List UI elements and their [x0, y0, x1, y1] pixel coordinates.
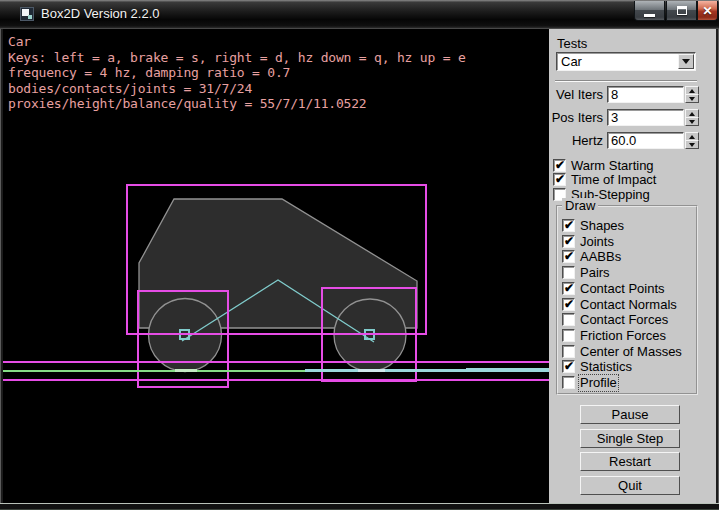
checkmark-icon: ✔: [555, 172, 565, 186]
hertz-label: Hertz: [549, 132, 603, 149]
debug-text-line: proxies/height/balance/quality = 55/7/1/…: [8, 97, 366, 111]
tests-dropdown-value: Car: [561, 54, 582, 69]
checkmark-icon: ✔: [564, 218, 574, 232]
rear-wheel: [149, 299, 222, 372]
checkbox-contact-normals[interactable]: ✔: [562, 298, 575, 311]
checkbox-label-profile[interactable]: Profile: [580, 376, 617, 390]
checkbox-label-contact-forces[interactable]: Contact Forces: [580, 313, 668, 327]
checkbox-label-joints[interactable]: Joints: [580, 235, 614, 249]
checkbox-label-shapes[interactable]: Shapes: [580, 219, 624, 233]
close-icon: ✕: [702, 2, 712, 20]
checkbox-label-warm-starting[interactable]: Warm Starting: [571, 159, 654, 173]
checkmark-icon: ✔: [564, 297, 574, 311]
checkbox-joints[interactable]: ✔: [562, 235, 575, 248]
title-bar[interactable]: Box2D Version 2.2.0 ✕: [0, 0, 719, 29]
arrow-down-icon: [689, 143, 695, 147]
checkbox-time-of-impact[interactable]: ✔: [553, 173, 566, 186]
minimize-button[interactable]: [634, 1, 665, 21]
vel-iters-input[interactable]: 8: [607, 86, 684, 103]
pos-iters-spinner: [685, 109, 699, 126]
pos-iters-label: Pos Iters: [549, 109, 603, 126]
window-title: Box2D Version 2.2.0: [41, 6, 160, 21]
checkmark-icon: ✔: [564, 281, 574, 295]
quit-button[interactable]: Quit: [580, 476, 680, 495]
tests-dropdown-arrow-button[interactable]: [678, 54, 694, 69]
restart-button[interactable]: Restart: [580, 452, 680, 471]
checkbox-pairs[interactable]: [562, 266, 575, 279]
minimize-icon: [644, 14, 655, 17]
separator: [555, 80, 697, 82]
checkbox-shapes[interactable]: ✔: [562, 219, 575, 232]
front-contact-point: [358, 369, 385, 372]
hertz-row: Hertz60.0: [549, 132, 716, 149]
checkbox-label-center-of-masses[interactable]: Center of Masses: [580, 345, 682, 359]
rear-contact-point: [175, 369, 197, 372]
checkbox-warm-starting[interactable]: ✔: [553, 159, 566, 172]
pos-iters-spinner-down-button[interactable]: [685, 117, 699, 126]
checkbox-label-time-of-impact[interactable]: Time of Impact: [571, 173, 656, 187]
maximize-button[interactable]: [666, 1, 697, 21]
vel-iters-spinner: [685, 86, 699, 103]
pause-button[interactable]: Pause: [580, 405, 680, 424]
checkbox-friction-forces[interactable]: [562, 329, 575, 342]
checkbox-contact-points[interactable]: ✔: [562, 282, 575, 295]
checkbox-aabbs[interactable]: ✔: [562, 250, 575, 263]
close-button[interactable]: ✕: [697, 1, 718, 21]
checkbox-label-pairs[interactable]: Pairs: [580, 266, 610, 280]
debug-text-line: Keys: left = a, brake = s, right = d, hz…: [8, 51, 466, 65]
checkbox-label-contact-normals[interactable]: Contact Normals: [580, 298, 677, 312]
arrow-down-icon: [689, 97, 695, 101]
checkmark-icon: ✔: [555, 158, 565, 172]
arrow-down-icon: [689, 120, 695, 124]
pos-iters-input[interactable]: 3: [607, 109, 684, 126]
checkbox-label-statistics[interactable]: Statistics: [580, 360, 632, 374]
maximize-icon: [677, 6, 687, 15]
vel-iters-label: Vel Iters: [549, 86, 603, 103]
checkbox-center-of-masses[interactable]: [562, 345, 575, 358]
checkbox-contact-forces[interactable]: [562, 313, 575, 326]
vel-iters-row: Vel Iters8: [549, 86, 716, 103]
chevron-down-icon: [682, 59, 690, 64]
arrow-up-icon: [689, 112, 695, 116]
checkmark-icon: ✔: [564, 249, 574, 263]
front-wheel: [334, 299, 406, 371]
tests-dropdown[interactable]: Car: [556, 52, 696, 71]
hertz-input[interactable]: 60.0: [607, 132, 684, 149]
control-panel: Tests Car Vel Iters8Pos Iters3Hertz60.0 …: [549, 29, 716, 503]
checkmark-icon: ✔: [564, 234, 574, 248]
simulation-canvas[interactable]: CarKeys: left = a, brake = s, right = d,…: [3, 29, 549, 503]
checkmark-icon: ✔: [564, 359, 574, 373]
hertz-spinner-down-button[interactable]: [685, 140, 699, 149]
arrow-up-icon: [689, 89, 695, 93]
app-window: Box2D Version 2.2.0 ✕ CarKeys: left = a,…: [0, 0, 719, 510]
vel-iters-spinner-down-button[interactable]: [685, 94, 699, 103]
tests-label: Tests: [557, 36, 587, 51]
hertz-spinner: [685, 132, 699, 149]
debug-text-line: frequency = 4 hz, damping ratio = 0.7: [8, 66, 290, 80]
checkbox-label-contact-points[interactable]: Contact Points: [580, 282, 665, 296]
checkbox-statistics[interactable]: ✔: [562, 360, 575, 373]
pos-iters-row: Pos Iters3: [549, 109, 716, 126]
window-border-bottom: [0, 503, 719, 510]
single-step-button[interactable]: Single Step: [580, 429, 680, 448]
debug-text-line: bodies/contacts/joints = 31/7/24: [8, 82, 252, 96]
checkbox-profile[interactable]: [562, 376, 575, 389]
app-icon: [20, 7, 34, 21]
draw-group-label: Draw: [562, 198, 598, 213]
checkbox-label-aabbs[interactable]: AABBs: [580, 250, 621, 264]
arrow-up-icon: [689, 135, 695, 139]
debug-text-line: Car: [8, 35, 31, 49]
checkbox-label-friction-forces[interactable]: Friction Forces: [580, 329, 666, 343]
window-border-left: [0, 29, 3, 503]
